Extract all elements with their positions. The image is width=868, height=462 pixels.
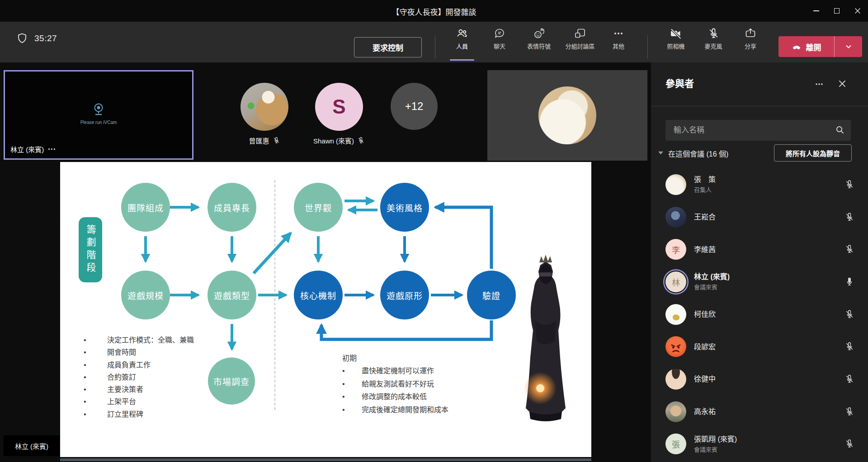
participant-row[interactable]: 張 策 召集人 (651, 168, 868, 201)
participant-row[interactable]: 徐健中 (651, 363, 868, 395)
tab-breakout-rooms-label: 分組討論區 (565, 42, 594, 50)
mic-on-icon (844, 277, 854, 287)
avatar (665, 401, 686, 422)
dark-robed-character-illustration (512, 252, 579, 424)
tab-people[interactable]: 人員 (446, 26, 478, 62)
meeting-stage: Please run iVCam 林立 (來賓) 曾匯惠 S Shawn (來賓… (0, 62, 651, 462)
avatar (665, 304, 686, 325)
tile-more-icon[interactable] (48, 148, 55, 150)
mic-muted-icon (844, 342, 854, 352)
search-input[interactable] (674, 120, 827, 141)
participant-row[interactable]: 張 張凱翔 (來賓) 會議來賓 (651, 428, 868, 461)
reactions-hand-smiley-icon (533, 26, 545, 40)
camera-toggle-button[interactable]: 照相機 (660, 26, 692, 62)
camera-label: 照相機 (667, 42, 684, 50)
mic-muted-icon (844, 244, 854, 254)
more-dots-icon (814, 79, 825, 90)
mute-all-button[interactable]: 將所有人設為靜音 (774, 144, 852, 162)
request-control-button[interactable]: 要求控制 (354, 37, 422, 57)
mic-muted-icon (844, 310, 854, 319)
tab-reactions[interactable]: 表情符號 (519, 26, 559, 62)
flow-node: 驗證 (467, 271, 516, 319)
window-title: 【守夜人長夜】開發雜談 (0, 6, 868, 17)
participant-search-box[interactable] (665, 120, 851, 141)
leave-label: 離開 (806, 41, 821, 52)
meeting-section-label: 在這個會議 (16 個) (668, 148, 728, 159)
toolbar-divider (435, 35, 435, 59)
avatar: 李 (665, 239, 686, 260)
minimize-button[interactable] (806, 0, 826, 22)
participant-role: 召集人 (694, 185, 844, 194)
ivcam-message: Please run iVCam (80, 120, 117, 125)
participant-name: 王崧合 (694, 213, 844, 221)
tab-more[interactable]: 其他 (603, 26, 634, 62)
participant-name: 徐健中 (694, 375, 844, 383)
participant-row[interactable]: 高永祐 (651, 395, 868, 428)
angry-face-icon (665, 336, 686, 357)
mic-label: 麥克風 (704, 42, 722, 50)
toolbar-divider (647, 35, 648, 59)
shield-icon (16, 33, 28, 44)
early-phase-title: 初期 (342, 352, 491, 365)
avatar-photo[interactable] (241, 83, 288, 131)
tab-chat[interactable]: 聊天 (484, 26, 515, 62)
meeting-toolbar: 35:27 要求控制 人員 聊天 (0, 22, 868, 62)
tab-people-label: 人員 (456, 42, 468, 50)
tab-breakout-rooms[interactable]: 分組討論區 (557, 26, 603, 62)
participant-row[interactable]: 林 林立 (來賓) 會議來賓 (651, 266, 868, 298)
people-icon (456, 26, 468, 40)
tab-reactions-label: 表情符號 (527, 42, 551, 50)
meeting-timer: 35:27 (16, 33, 57, 44)
participant-row[interactable]: 段諺宏 (651, 330, 868, 363)
panel-divider (651, 106, 868, 106)
leave-button[interactable]: 離開 (778, 36, 862, 57)
minimize-icon (813, 10, 819, 11)
share-screen-icon (744, 26, 757, 40)
participant-strip-name: Shawn (來賓) (313, 136, 354, 145)
avatar (665, 369, 686, 390)
section-collapse-caret[interactable] (658, 151, 663, 155)
participant-strip-name: 曾匯惠 (249, 136, 269, 145)
mic-muted-icon (844, 374, 854, 384)
share-label: 分享 (745, 42, 756, 50)
participant-name: 柯佳欣 (694, 310, 844, 319)
video-tile-corner[interactable] (487, 70, 647, 161)
participant-name: 張 策 (694, 175, 844, 184)
active-tab-underline (450, 59, 474, 61)
participant-row[interactable]: 王崧合 (651, 201, 868, 233)
hangup-phone-icon (792, 42, 802, 52)
flow-node: 成員專長 (208, 183, 256, 232)
shared-presentation-slide: 籌劃階段 (60, 162, 591, 457)
participant-row[interactable]: 柯佳欣 (651, 298, 868, 331)
tiny-pet-photo (673, 314, 679, 320)
timer-value: 35:27 (34, 33, 57, 43)
avatar: 張 (665, 433, 686, 454)
close-icon (837, 79, 847, 89)
maximize-button[interactable] (826, 0, 847, 22)
flow-node: 核心機制 (294, 271, 343, 319)
planning-bullet-list: 決定工作模式：全職、兼職 開會時間 成員負責工作 合約簽訂 主要決策者 上架平台… (84, 334, 233, 420)
camera-off-icon (670, 26, 682, 40)
participant-row[interactable]: 李 李維茜 (651, 233, 868, 266)
flow-node: 世界觀 (294, 183, 343, 232)
overflow-participants-badge[interactable]: +12 (391, 83, 438, 130)
participant-name: 高永祐 (694, 407, 844, 416)
panel-close-button[interactable] (837, 79, 847, 90)
mic-muted-icon (273, 137, 280, 144)
more-dots-icon (612, 26, 625, 40)
avatar-photo (538, 86, 596, 144)
avatar-angry-emoji (665, 336, 686, 357)
share-button[interactable]: 分享 (735, 26, 766, 62)
mic-toggle-button[interactable]: 麥克風 (698, 26, 729, 62)
avatar (665, 207, 686, 228)
avatar-initial[interactable]: S (315, 83, 363, 131)
maximize-icon (834, 8, 840, 14)
panel-more-button[interactable] (814, 79, 825, 91)
shared-screen-scrollbar[interactable] (60, 458, 591, 461)
close-window-button[interactable] (847, 0, 868, 22)
panel-title: 參與者 (665, 76, 694, 90)
mic-muted-icon (844, 407, 854, 417)
leave-options-button[interactable] (835, 43, 862, 50)
video-tile-active-speaker[interactable]: Please run iVCam 林立 (來賓) (4, 70, 193, 160)
close-icon (854, 7, 862, 15)
